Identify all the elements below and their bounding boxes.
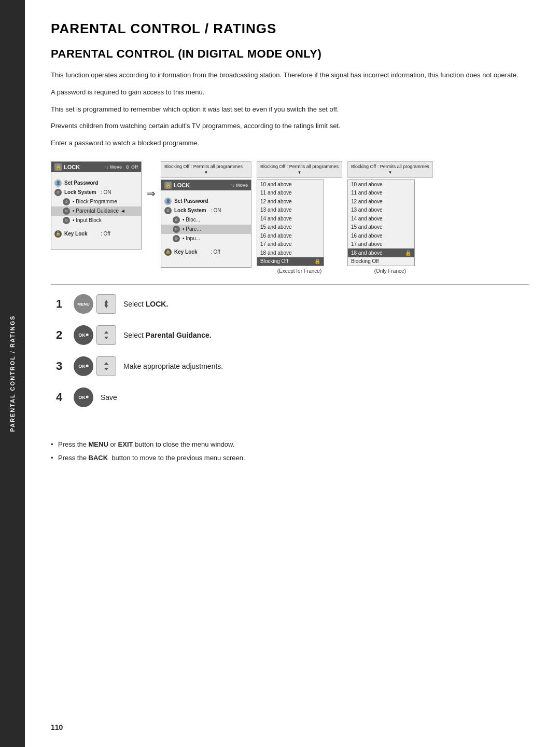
menu-row-lock-system: ⊙ Lock System : ON bbox=[51, 188, 141, 197]
arrow-right-1: ⇒ bbox=[147, 161, 156, 200]
icon-circle-3: ⊙ bbox=[63, 208, 70, 215]
menu-row-input-block: ⊙ • Input Block bbox=[51, 216, 141, 225]
tooltip-arrow-2: ▼ bbox=[260, 170, 339, 175]
step-3: 3 OK✱ Make appropriate adjustments. bbox=[56, 356, 529, 376]
section-divider bbox=[51, 284, 529, 285]
step-1-buttons: MENU bbox=[74, 294, 116, 314]
ok-button-2[interactable]: OK✱ bbox=[74, 325, 93, 345]
menu-row-2-set-password: 👤 Set Password bbox=[161, 197, 251, 206]
lock-indicator: 🔒 bbox=[314, 258, 320, 265]
ratings-except-panel: 10 and above 11 and above 12 and above 1… bbox=[257, 179, 324, 266]
icon-circle-7: ⊙ bbox=[173, 226, 180, 233]
fr-lock-indicator: 🔒 bbox=[405, 250, 411, 257]
para1: This function operates according to info… bbox=[51, 70, 529, 81]
icon-circle-5: ⊙ bbox=[164, 207, 172, 214]
nav-arrows-icon-2 bbox=[102, 330, 111, 340]
menu-panel-2-body: 👤 Set Password ⊙ Lock System : ON ⊙ • Bl… bbox=[161, 190, 251, 267]
ratings-france-body: 10 and above 11 and above 12 and above 1… bbox=[348, 180, 414, 266]
spacer3 bbox=[161, 192, 251, 197]
menu-row-2-pare: ⊙ • Pare... bbox=[161, 225, 251, 234]
caption-only-france: (Only France) bbox=[347, 268, 433, 274]
fr-rating-17: 17 and above bbox=[348, 240, 414, 249]
note-1: Press the MENU or EXIT button to close t… bbox=[51, 439, 529, 450]
fr-rating-15: 15 and above bbox=[348, 223, 414, 232]
ratings-france-panel-stack: Blocking Off : Permits all programmes ▼ … bbox=[347, 161, 433, 274]
nav-button-2[interactable] bbox=[96, 325, 116, 345]
sidebar: PARENTAL CONTROL / RATINGS bbox=[0, 0, 25, 747]
spacer4 bbox=[161, 243, 251, 247]
nav-arrows-icon bbox=[102, 299, 111, 309]
spacer bbox=[51, 174, 141, 178]
caption-except-france: (Except for France) bbox=[257, 268, 342, 274]
menu-row-key-lock: 🔒 Key Lock : Off bbox=[51, 229, 141, 239]
ratings-except-panel-stack: Blocking Off : Permits all programmes ▼ … bbox=[257, 161, 342, 274]
steps-list: 1 MENU Select LOCK. bbox=[51, 294, 529, 419]
para5: Enter a password to watch a blocked prog… bbox=[51, 138, 529, 149]
icon-lock: 🔒 bbox=[54, 230, 62, 238]
icon-lock-2: 🔒 bbox=[164, 248, 172, 256]
ratings-france-panel: 10 and above 11 and above 12 and above 1… bbox=[347, 179, 415, 266]
page-number: 110 bbox=[51, 723, 63, 731]
menu-panel-1-title: LOCK bbox=[64, 164, 80, 170]
step-4-buttons: OK✱ bbox=[74, 388, 93, 407]
tooltip-3: Blocking Off : Permits all programmes ▼ bbox=[347, 161, 433, 178]
page-title: PARENTAL CONTROL / RATINGS bbox=[51, 21, 529, 37]
svg-marker-3 bbox=[104, 331, 108, 334]
ratings-except-france-wrapper: Blocking Off : Permits all programmes ▼ … bbox=[257, 161, 342, 274]
fr-rating-16: 16 and above bbox=[348, 231, 414, 240]
icon-circle-4: ⊙ bbox=[63, 217, 70, 224]
menu-panel-2-title: LOCK bbox=[174, 182, 190, 188]
rating-13: 13 and above bbox=[257, 206, 324, 215]
rating-10: 10 and above bbox=[257, 180, 324, 189]
spacer2 bbox=[51, 225, 141, 229]
icon-person: 👤 bbox=[54, 179, 62, 187]
step-2: 2 OK✱ Select Parental Guidance. bbox=[56, 325, 529, 345]
menu-panel-2-header: 🔒 LOCK ↑↓ Move bbox=[161, 180, 251, 190]
step-1: 1 MENU Select LOCK. bbox=[56, 294, 529, 314]
icon-circle-6: ⊙ bbox=[173, 216, 180, 224]
menu-panel-1-body: 👤 Set Password ⊙ Lock System : ON ⊙ • Bl… bbox=[51, 172, 141, 249]
menu-button[interactable]: MENU bbox=[74, 294, 93, 314]
fr-rating-13: 13 and above bbox=[348, 206, 414, 215]
nav-button-3[interactable] bbox=[96, 356, 116, 376]
ok-button-4[interactable]: OK✱ bbox=[74, 388, 93, 407]
menu-row-block-programme: ⊙ • Block Programme bbox=[51, 197, 141, 206]
para3: This set is programmed to remember which… bbox=[51, 104, 529, 115]
rating-16: 16 and above bbox=[257, 231, 324, 240]
ok-button-3[interactable]: OK✱ bbox=[74, 356, 93, 376]
fr-rating-11: 11 and above bbox=[348, 189, 414, 198]
menu-row-2-key-lock: 🔒 Key Lock : Off bbox=[161, 247, 251, 257]
para4: Prevents children from watching certain … bbox=[51, 121, 529, 132]
steps-section: 1 MENU Select LOCK. bbox=[51, 294, 529, 419]
rating-18: 18 and above bbox=[257, 248, 324, 257]
rating-15: 15 and above bbox=[257, 223, 324, 232]
icon-circle-8: ⊙ bbox=[173, 235, 180, 242]
panel2-with-tooltip: Blocking Off : Permits all programmes ▼ … bbox=[161, 161, 251, 268]
bottom-notes: Press the MENU or EXIT button to close t… bbox=[51, 434, 529, 463]
icon-circle-2: ⊙ bbox=[63, 198, 70, 205]
menu-panel-2-nav: ↑↓ Move bbox=[230, 183, 248, 188]
nav-button-1[interactable] bbox=[96, 294, 116, 314]
main-content: PARENTAL CONTROL / RATINGS PARENTAL CONT… bbox=[25, 0, 560, 747]
rating-17: 17 and above bbox=[257, 240, 324, 249]
step-1-number: 1 bbox=[56, 297, 66, 311]
menu-panel-2: 🔒 LOCK ↑↓ Move 👤 Set Password bbox=[161, 179, 251, 268]
menu-button-label: MENU bbox=[77, 302, 90, 307]
tooltip-arrow-3: ▼ bbox=[351, 170, 429, 175]
fr-rating-blocking: Blocking Off bbox=[348, 257, 414, 266]
step-1-text: Select LOCK. bbox=[123, 300, 168, 308]
lock-icon-1: 🔒 bbox=[54, 163, 62, 171]
menu-row-set-password: 👤 Set Password bbox=[51, 178, 141, 188]
rating-14: 14 and above bbox=[257, 214, 324, 223]
fr-rating-14: 14 and above bbox=[348, 214, 414, 223]
rating-11: 11 and above bbox=[257, 189, 324, 198]
ratings-except-body: 10 and above 11 and above 12 and above 1… bbox=[257, 180, 324, 266]
diagram-section: 🔒 LOCK ↑↓ Move ⊙ Off 👤 Set Password ⊙ bbox=[51, 161, 529, 274]
tooltip-2: Blocking Off : Permits all programmes ▼ bbox=[257, 161, 342, 178]
note-2: Press the BACK button to move to the pre… bbox=[51, 453, 529, 463]
lock-icon-2: 🔒 bbox=[164, 182, 172, 189]
menu-panel-1-nav: ↑↓ Move ⊙ Off bbox=[104, 164, 138, 170]
menu-row-2-block: ⊙ • Bloc... bbox=[161, 215, 251, 225]
step-3-text: Make appropriate adjustments. bbox=[123, 362, 223, 370]
svg-marker-4 bbox=[104, 337, 108, 339]
